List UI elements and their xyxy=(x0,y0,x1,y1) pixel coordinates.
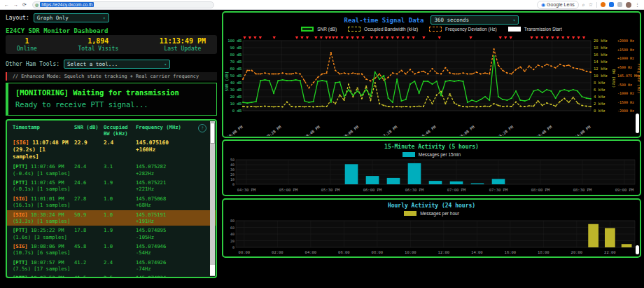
online-count: 1 xyxy=(17,37,37,46)
table-row[interactable]: [PTT] 11:07:46 PM(-0.4s) [1 samples]24.4… xyxy=(7,162,216,178)
chrome-menu-icon[interactable]: ⋮ xyxy=(635,2,640,8)
extension-icon-orange[interactable] xyxy=(601,2,606,7)
layout-select[interactable]: Graph Only ▾ xyxy=(34,13,109,22)
svg-text:08:30 PM: 08:30 PM xyxy=(573,188,592,192)
signal-time: 11:07:48 PM xyxy=(32,139,69,146)
svg-text:BW (kHz): BW (kHz) xyxy=(612,69,616,88)
deviation-value: +282Hz xyxy=(136,170,206,177)
frequency-value: 145.075221 xyxy=(136,179,206,186)
svg-text:30 dB: 30 dB xyxy=(230,88,241,92)
back-icon[interactable]: ← xyxy=(4,2,9,7)
reload-icon[interactable]: ⟳ xyxy=(22,2,27,7)
address-bar[interactable]: ◍ https://e24cy.dxcom.co.th xyxy=(32,1,214,8)
table-row[interactable]: [PTT] 10:07:53 PM(2.7s) [3 samples]41.52… xyxy=(7,273,216,278)
bw-value: 1.0 xyxy=(104,243,136,256)
activity-hourly-chart: 02040608000:0002:0004:0006:0008:0010:001… xyxy=(223,217,640,256)
table-row[interactable]: [SIG] 11:01:01 PM(16.1s) [1 samples]27.8… xyxy=(7,194,216,210)
signal-tag: [SIG] xyxy=(13,196,31,202)
svg-text:10:08:08 PM: 10:08:08 PM xyxy=(337,125,360,136)
table-row[interactable]: [PTT] 10:07:57 PM(7.5s) [17 samples]41.2… xyxy=(7,258,216,274)
bar xyxy=(429,181,442,184)
chevron-down-icon: ▾ xyxy=(513,18,516,22)
messages-15min-legend-label: Messages per 15min xyxy=(419,152,461,157)
monitor-panel: [MONITORING] Waiting for transmission Re… xyxy=(6,83,217,116)
svg-text:10:17:28 PM: 10:17:28 PM xyxy=(375,125,398,136)
frequency-value: 145.074834 xyxy=(136,275,206,278)
snr-value: 22.9 xyxy=(74,139,104,160)
timestamp-cell: [PTT] 10:07:57 PM(7.5s) [17 samples] xyxy=(13,259,74,273)
signal-tag: [PTT] xyxy=(13,179,31,186)
svg-text:+2000 Hz: +2000 Hz xyxy=(617,39,634,43)
profile-avatar[interactable] xyxy=(626,2,631,8)
url-text[interactable]: https://e24cy.dxcom.co.th xyxy=(40,2,94,7)
snr-value: 24.6 xyxy=(74,179,104,193)
timestamp-cell: [PTT] 11:07:46 PM(-0.4s) [1 samples] xyxy=(13,163,74,177)
svg-text:145.075 MHz: 145.075 MHz xyxy=(617,74,640,78)
svg-text:+1500 Hz: +1500 Hz xyxy=(617,48,634,52)
svg-text:30: 30 xyxy=(230,167,234,172)
table-scrollbar-track[interactable] xyxy=(210,121,215,276)
frequency-cell: 145.075282+282Hz xyxy=(136,163,206,177)
snr-value: 41.2 xyxy=(74,259,104,273)
frequency-value: 145.075068 xyxy=(136,196,206,202)
signal-tag: [PTT] xyxy=(13,227,31,233)
snr-value: 24.4 xyxy=(74,163,104,177)
svg-text:0: 0 xyxy=(232,182,234,186)
table-scrollbar-bottom[interactable] xyxy=(210,265,215,275)
panel-scrollbar-thumb[interactable] xyxy=(636,245,639,254)
deviation-value: +68Hz xyxy=(136,202,206,208)
svg-text:14:00: 14:00 xyxy=(471,250,483,254)
signal-tag: [PTT] xyxy=(13,275,31,278)
time-range-value: 360 seconds xyxy=(434,17,469,23)
mode-comment: // Enhanced Mode: Squelch state tracking… xyxy=(6,72,217,81)
google-lens-button[interactable]: ◉ Google Lens xyxy=(537,1,579,9)
svg-text:40 dB: 40 dB xyxy=(230,81,241,85)
deviation-value: -54Hz xyxy=(136,249,206,256)
timestamp-cell: [SIG] 10:30:24 PM(53.3s) [1 samples] xyxy=(13,212,74,225)
panel-scrollbar-thumb[interactable] xyxy=(636,114,639,133)
svg-text:16 kHz: 16 kHz xyxy=(594,53,608,57)
divider xyxy=(596,2,597,8)
site-info-icon[interactable]: ◍ xyxy=(35,2,38,7)
tools-select[interactable]: Select a tool... ▾ xyxy=(64,60,170,69)
extension-icon-blue[interactable] xyxy=(609,2,614,7)
frequency-cell: 145.075191+191Hz xyxy=(136,212,206,225)
chevron-down-icon: ▾ xyxy=(164,62,167,67)
bar xyxy=(366,176,379,184)
svg-text:40: 40 xyxy=(230,232,234,236)
bw-value: 2.4 xyxy=(104,139,136,160)
svg-text:9:40:08 PM: 9:40:08 PM xyxy=(223,125,244,136)
bar xyxy=(387,178,400,184)
table-scrollbar-thumb[interactable] xyxy=(210,123,215,144)
help-icon[interactable]: ? xyxy=(198,124,206,132)
svg-text:-1500 Hz: -1500 Hz xyxy=(617,100,634,104)
timestamp-cell: [SIG] 10:08:06 PM(10.7s) [6 samples] xyxy=(13,243,74,256)
svg-text:70 dB: 70 dB xyxy=(230,60,241,64)
svg-text:4 kHz: 4 kHz xyxy=(594,95,606,99)
table-row[interactable]: [SIG] 10:08:06 PM(10.7s) [6 samples]45.8… xyxy=(7,242,216,258)
svg-text:11:04:08 PM: 11:04:08 PM xyxy=(568,125,592,136)
bar xyxy=(471,184,484,184)
signal-chart: 9:40:08 PM9:49:28 PM9:58:48 PM10:08:08 P… xyxy=(223,32,640,136)
svg-text:10 dB: 10 dB xyxy=(230,102,241,106)
signal-time: 10:07:57 PM xyxy=(31,259,64,266)
frequency-cell: 145.075221+221Hz xyxy=(136,179,206,193)
search-icon[interactable]: ⌕ xyxy=(582,2,585,8)
deviation-value: -105Hz xyxy=(136,234,206,240)
bookmark-star-icon[interactable]: ☆ xyxy=(589,2,593,8)
messages-hour-legend-swatch xyxy=(404,211,416,216)
svg-text:40: 40 xyxy=(230,163,234,167)
extensions-puzzle-icon[interactable] xyxy=(617,2,622,7)
forward-icon[interactable]: → xyxy=(13,2,18,7)
signal-time: 11:01:01 PM xyxy=(31,196,64,202)
frequency-value: 145.074926 xyxy=(136,259,206,266)
page-title: E24CY SDR Monitor Dashboard xyxy=(6,27,108,34)
signal-tag: [SIG] xyxy=(13,243,31,249)
table-row[interactable]: [PTT] 11:07:45 PM(-0.1s) [1 samples]24.6… xyxy=(7,178,216,194)
tools-select-value: Select a tool... xyxy=(67,61,118,67)
table-row[interactable]: [SIG] 10:30:24 PM(53.3s) [1 samples]50.9… xyxy=(7,210,216,226)
table-row[interactable]: [SIG] 11:07:48 PM(29.2s) [1 samples]22.9… xyxy=(7,138,216,162)
signal-time: 10:08:06 PM xyxy=(31,243,64,249)
table-row[interactable]: [PTT] 10:25:22 PM(1.6s) [3 samples]17.81… xyxy=(7,226,216,242)
time-range-select[interactable]: 360 seconds ▾ xyxy=(430,15,519,25)
